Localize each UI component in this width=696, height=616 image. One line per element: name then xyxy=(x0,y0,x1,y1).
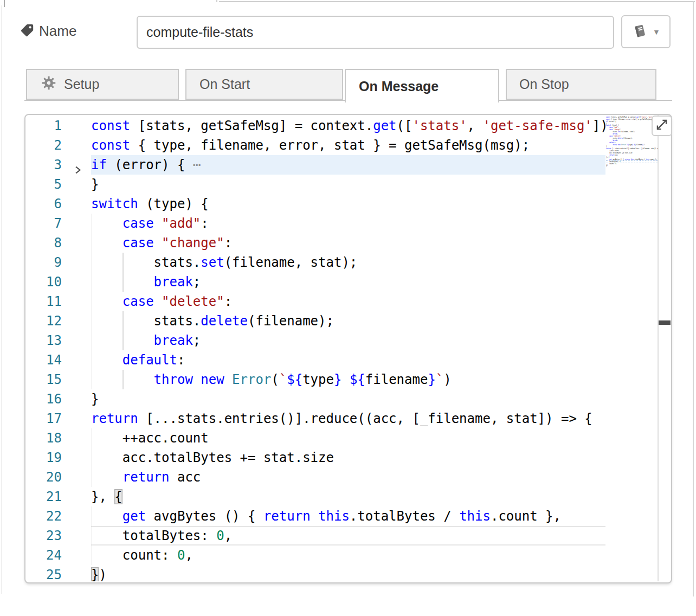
line-number[interactable]: 21 xyxy=(46,487,62,506)
code-line-text[interactable]: get avgBytes () { return this.totalBytes… xyxy=(91,506,605,526)
line-number[interactable]: 23 xyxy=(46,526,62,546)
line-number[interactable]: 6 xyxy=(54,194,62,214)
line-number[interactable]: 15 xyxy=(46,370,62,389)
code-line[interactable]: 14 default: xyxy=(25,350,605,370)
line-number[interactable]: 22 xyxy=(46,506,62,526)
line-number[interactable]: 2 xyxy=(54,136,62,155)
line-number[interactable]: 20 xyxy=(46,467,62,487)
tab-setup[interactable]: Setup xyxy=(26,69,179,100)
gutter[interactable]: 13 xyxy=(25,331,91,350)
line-number[interactable]: 7 xyxy=(54,214,62,233)
gutter[interactable]: 3 xyxy=(25,155,91,175)
library-button[interactable]: ▼ xyxy=(621,15,671,48)
line-number[interactable]: 18 xyxy=(46,428,62,448)
code-line-text[interactable]: totalBytes: 0, xyxy=(91,526,605,546)
line-number[interactable]: 11 xyxy=(46,292,62,311)
line-number[interactable]: 10 xyxy=(46,272,62,292)
code-line[interactable]: 22 get avgBytes () { return this.totalBy… xyxy=(25,506,605,526)
gutter[interactable]: 23 xyxy=(25,526,91,546)
code-line-text[interactable]: ++acc.count xyxy=(91,428,605,448)
gutter[interactable]: 5 xyxy=(25,175,91,194)
code-line[interactable]: 21}, { xyxy=(25,487,605,506)
line-number[interactable]: 19 xyxy=(46,448,62,467)
code-line[interactable]: 10 break; xyxy=(25,272,605,292)
gutter[interactable]: 1 xyxy=(25,116,91,136)
code-line[interactable]: 18 ++acc.count xyxy=(25,428,605,448)
code-line[interactable]: 8 case "change": xyxy=(25,233,605,253)
code-line-text[interactable]: } xyxy=(91,175,605,194)
gutter[interactable]: 10 xyxy=(25,272,91,292)
code-line[interactable]: 20 return acc xyxy=(25,467,605,487)
gutter[interactable]: 20 xyxy=(25,467,91,487)
code-line[interactable]: 19 acc.totalBytes += stat.size xyxy=(25,448,605,467)
code-line-text[interactable]: return [...stats.entries()].reduce((acc,… xyxy=(91,409,605,428)
code-line[interactable]: 7 case "add": xyxy=(25,214,605,233)
gutter[interactable]: 22 xyxy=(25,506,91,526)
code-line-text[interactable]: case "change": xyxy=(91,233,605,253)
code-line-text[interactable]: default: xyxy=(91,350,605,370)
gutter[interactable]: 2 xyxy=(25,136,91,155)
gutter[interactable]: 9 xyxy=(25,253,91,272)
code-line-text[interactable]: break; xyxy=(91,272,605,292)
line-number[interactable]: 14 xyxy=(46,350,62,370)
code-line-text[interactable]: }, { xyxy=(91,487,605,506)
line-number[interactable]: 24 xyxy=(46,546,62,565)
gutter[interactable]: 16 xyxy=(25,389,91,409)
code-editor[interactable]: 1const [stats, getSafeMsg] = context.get… xyxy=(24,114,672,583)
code-line[interactable]: 12 stats.delete(filename); xyxy=(25,311,605,331)
code-lines[interactable]: 1const [stats, getSafeMsg] = context.get… xyxy=(25,115,605,581)
code-line[interactable]: 5} xyxy=(25,175,605,194)
line-number[interactable]: 1 xyxy=(54,116,62,136)
tab-on-stop[interactable]: On Stop xyxy=(506,69,656,100)
gutter[interactable]: 19 xyxy=(25,448,91,467)
line-number[interactable]: 13 xyxy=(46,331,62,350)
code-line[interactable]: 15 throw new Error(`${type} ${filename}`… xyxy=(25,370,605,389)
name-input[interactable] xyxy=(137,16,614,49)
code-line-text[interactable]: throw new Error(`${type} ${filename}`) xyxy=(91,370,605,389)
tab-on-start[interactable]: On Start xyxy=(185,69,343,100)
code-line-text[interactable]: const [stats, getSafeMsg] = context.get(… xyxy=(91,116,605,136)
code-line[interactable]: 13 break; xyxy=(25,331,605,350)
code-line-text[interactable]: } xyxy=(91,389,605,409)
code-line-text[interactable]: case "add": xyxy=(91,214,605,233)
gutter[interactable]: 11 xyxy=(25,292,91,311)
gutter[interactable]: 6 xyxy=(25,194,91,214)
code-line-text[interactable]: break; xyxy=(91,331,605,350)
gutter[interactable]: 18 xyxy=(25,428,91,448)
code-line[interactable]: 17return [...stats.entries()].reduce((ac… xyxy=(25,409,605,428)
vertical-scrollbar[interactable] xyxy=(659,116,671,581)
line-number[interactable]: 3 xyxy=(54,155,62,175)
code-line[interactable]: 16} xyxy=(25,389,605,409)
code-line-text[interactable]: count: 0, xyxy=(91,546,605,565)
line-number[interactable]: 8 xyxy=(54,233,62,253)
gutter[interactable]: 17 xyxy=(25,409,91,428)
line-number[interactable]: 16 xyxy=(46,389,62,409)
line-number[interactable]: 12 xyxy=(46,311,62,331)
line-number[interactable]: 9 xyxy=(54,253,62,272)
code-line-text[interactable]: switch (type) { xyxy=(91,194,605,214)
code-line-text[interactable]: if (error) { ⋯ xyxy=(91,155,605,175)
code-line-text[interactable]: acc.totalBytes += stat.size xyxy=(91,448,605,467)
code-line-text[interactable]: stats.delete(filename); xyxy=(91,311,605,331)
gutter[interactable]: 12 xyxy=(25,311,91,331)
gutter[interactable]: 24 xyxy=(25,546,91,565)
code-line[interactable]: 9 stats.set(filename, stat); xyxy=(25,253,605,272)
gutter[interactable]: 21 xyxy=(25,487,91,506)
gutter[interactable]: 14 xyxy=(25,350,91,370)
expand-editor-button[interactable] xyxy=(652,116,672,136)
line-number[interactable]: 5 xyxy=(54,175,62,194)
code-line-text[interactable]: const { type, filename, error, stat } = … xyxy=(91,136,605,155)
gutter[interactable]: 15 xyxy=(25,370,91,389)
code-line[interactable]: 25}) xyxy=(25,565,605,581)
code-line[interactable]: 11 case "delete": xyxy=(25,292,605,311)
tab-on-message[interactable]: On Message xyxy=(345,69,499,102)
code-line[interactable]: 3if (error) { ⋯ xyxy=(25,155,605,175)
code-line-text[interactable]: case "delete": xyxy=(91,292,605,311)
code-line-text[interactable]: }) xyxy=(91,565,605,581)
code-line[interactable]: 1const [stats, getSafeMsg] = context.get… xyxy=(25,116,605,136)
code-line-text[interactable]: return acc xyxy=(91,467,605,487)
line-number[interactable]: 17 xyxy=(46,409,62,428)
code-line[interactable]: 23 totalBytes: 0, xyxy=(25,526,605,546)
minimap[interactable]: const [stats, getSafeMsg] = context.get(… xyxy=(606,116,658,581)
code-line[interactable]: 2const { type, filename, error, stat } =… xyxy=(25,136,605,155)
